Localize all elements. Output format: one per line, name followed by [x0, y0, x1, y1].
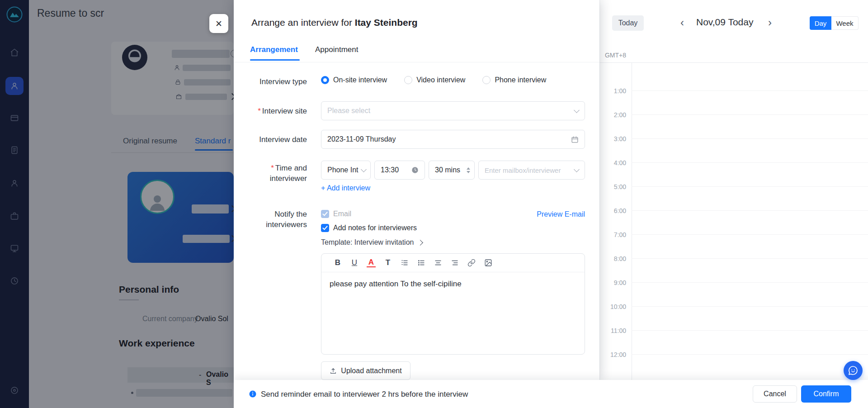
editor-content[interactable]: please pay attention To the self-cipilin… [321, 272, 585, 296]
hour-label: 4:00 [600, 159, 626, 166]
required-marker: * [258, 107, 261, 115]
bold-icon[interactable]: B [333, 258, 342, 267]
hour-gridline [632, 186, 868, 187]
notes-editor: B U A T please pay attention To the self… [321, 253, 585, 355]
time-interviewer-label: *Time and interviewer [238, 163, 307, 184]
arrange-interview-dialog: Arrange an interview for Itay Steinberg … [234, 0, 599, 380]
hour-gridline [632, 354, 868, 355]
tab-appointment[interactable]: Appointment [315, 45, 358, 54]
interview-duration-stepper[interactable]: 30 mins [429, 161, 475, 180]
notify-label: Notify the interviewers [238, 209, 307, 230]
calendar-icon [571, 136, 579, 143]
checkbox-checked-icon[interactable] [321, 224, 329, 232]
link-icon[interactable] [467, 258, 476, 267]
close-dialog-button[interactable]: ✕ [209, 14, 228, 33]
interview-site-label: *Interview site [238, 106, 307, 116]
chevron-down-icon [574, 166, 580, 172]
tabs-divider [234, 62, 599, 62]
image-icon[interactable] [484, 258, 493, 267]
email-checkbox-row[interactable]: Email [321, 210, 351, 218]
hour-gridline [632, 258, 868, 259]
align-center-icon[interactable] [434, 258, 443, 267]
interview-date-input[interactable]: 2023-11-09 Thursday [321, 130, 585, 149]
template-selector[interactable]: Template: Interview invitation [321, 238, 422, 247]
hour-gridline [632, 162, 868, 163]
template-label: Template: Interview invitation [321, 238, 414, 247]
radio-label: Phone interview [495, 76, 546, 84]
hour-gridline [632, 330, 868, 331]
week-view-button[interactable]: Week [831, 16, 859, 30]
hour-label: 7:00 [600, 231, 626, 238]
hour-label: 8:00 [600, 255, 626, 262]
duration-value: 30 mins [435, 166, 467, 174]
info-icon [249, 390, 257, 398]
hour-gridline [632, 234, 868, 235]
checkbox-checked-disabled-icon[interactable] [321, 210, 329, 218]
interview-time-input[interactable]: 13:30 [374, 161, 425, 180]
time-axis-divider [632, 62, 632, 380]
interview-type-label: Interview type [238, 76, 307, 87]
round-value: Phone Int [327, 166, 362, 174]
tab-arrangement[interactable]: Arrangement [250, 45, 298, 54]
radio-unselected-icon[interactable] [482, 76, 491, 84]
dialog-title-prefix: Arrange an interview for [251, 17, 352, 28]
hour-gridline [632, 138, 868, 139]
hour-gridline [632, 114, 868, 115]
interview-round-select[interactable]: Phone Int [321, 161, 371, 180]
font-color-icon[interactable]: A [367, 258, 376, 267]
required-marker: * [271, 164, 274, 172]
chat-fab-button[interactable] [844, 361, 863, 380]
hour-gridline [632, 210, 868, 211]
notes-checkbox-row[interactable]: Add notes for interviewers [321, 224, 417, 232]
ordered-list-icon[interactable] [400, 258, 409, 267]
day-view-button[interactable]: Day [810, 16, 831, 30]
view-toggle: Day Week [810, 16, 859, 30]
hour-label: 2:00 [600, 111, 626, 119]
radio-option-onsite[interactable]: On-site interview [321, 76, 387, 84]
dialog-title: Arrange an interview for Itay Steinberg [251, 17, 418, 28]
interview-site-select[interactable]: Please select [321, 101, 585, 120]
preview-email-link[interactable]: Preview E-mail [495, 210, 585, 218]
calendar-panel: Today ‹ Nov,09 Today › Day Week GMT+8 1:… [599, 0, 868, 380]
prev-day-chevron-icon[interactable]: ‹ [680, 16, 684, 29]
hour-gridline [632, 90, 868, 91]
radio-selected-icon[interactable] [321, 76, 329, 84]
font-size-icon[interactable]: T [383, 258, 392, 267]
notes-label: Add notes for interviewers [333, 224, 417, 232]
underline-icon[interactable]: U [350, 258, 359, 267]
app-root: Resume to scr Original resume Standard r [0, 0, 868, 408]
interview-date-label: Interview date [238, 134, 307, 145]
calendar-header-divider [600, 62, 868, 63]
unordered-list-icon[interactable] [417, 258, 426, 267]
radio-option-video[interactable]: Video interview [404, 76, 465, 84]
modal-overlay [0, 0, 234, 408]
reminder-text: Send reminder email to interviewer 2 hrs… [261, 390, 468, 399]
add-interview-link[interactable]: + Add interview [321, 184, 370, 192]
hour-label: 10:00 [600, 303, 626, 310]
today-button[interactable]: Today [612, 15, 644, 31]
next-day-chevron-icon[interactable]: › [768, 16, 772, 29]
active-tab-underline [250, 59, 300, 61]
candidate-name: Itay Steinberg [355, 17, 418, 28]
upload-attachment-button[interactable]: Upload attachment [321, 361, 410, 380]
interviewer-select[interactable]: Enter mailbox/interviewer [478, 161, 585, 180]
align-right-icon[interactable] [450, 258, 459, 267]
select-placeholder: Please select [327, 107, 575, 115]
confirm-button[interactable]: Confirm [801, 385, 851, 403]
hour-label: 1:00 [600, 87, 626, 95]
radio-label: Video interview [416, 76, 465, 84]
cancel-button[interactable]: Cancel [753, 385, 797, 403]
radio-option-phone[interactable]: Phone interview [482, 76, 546, 84]
radio-label: On-site interview [333, 76, 387, 84]
hour-label: 6:00 [600, 207, 626, 214]
radio-unselected-icon[interactable] [404, 76, 412, 84]
select-placeholder: Enter mailbox/interviewer [485, 166, 575, 174]
date-value: 2023-11-09 Thursday [327, 135, 571, 143]
calendar-date-title: Nov,09 Today [696, 17, 753, 28]
time-value: 13:30 [381, 166, 411, 174]
upload-icon [330, 367, 337, 375]
hour-gridline [632, 282, 868, 283]
hour-label: 3:00 [600, 135, 626, 142]
stepper-arrows-icon[interactable] [467, 167, 470, 173]
hour-gridline [632, 306, 868, 307]
